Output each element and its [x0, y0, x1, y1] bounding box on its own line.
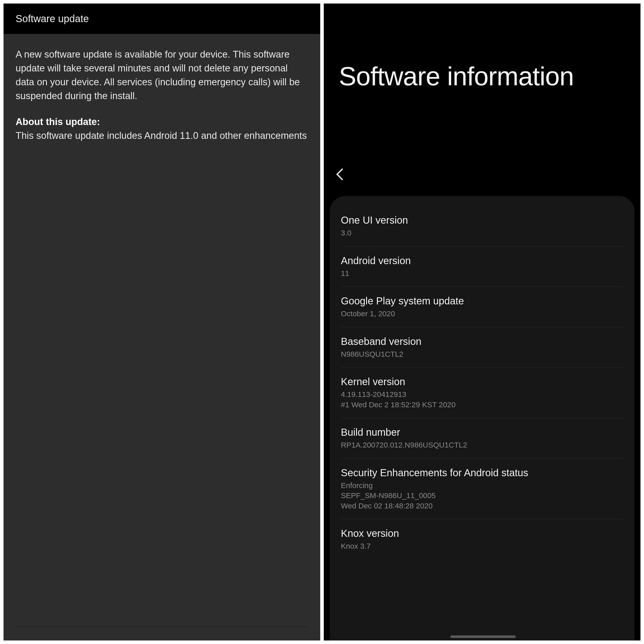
info-row-knox[interactable]: Knox version Knox 3.7 [341, 519, 623, 559]
page-title-area: Software information [324, 4, 640, 91]
row-value: RP1A.200720.012.N986USQU1CTL2 [341, 440, 623, 450]
about-update-text: This software update includes Android 11… [16, 129, 308, 143]
row-value: N986USQU1CTL2 [341, 349, 623, 359]
row-label: Baseband version [341, 336, 623, 347]
software-info-card[interactable]: One UI version 3.0 Android version 11 Go… [330, 196, 634, 640]
row-value: Enforcing SEPF_SM-N986U_11_0005 Wed Dec … [341, 480, 623, 511]
info-row-android[interactable]: Android version 11 [341, 247, 623, 287]
row-value: Knox 3.7 [341, 541, 623, 551]
row-label: Security Enhancements for Android status [341, 467, 623, 478]
footer-divider [16, 626, 308, 627]
software-update-body[interactable]: A new software update is available for y… [4, 34, 320, 640]
dual-screenshot-container: Software update A new software update is… [0, 0, 644, 644]
row-label: Google Play system update [341, 295, 623, 307]
home-indicator[interactable] [450, 635, 516, 638]
info-row-kernel[interactable]: Kernel version 4.19.113-20412913 #1 Wed … [341, 368, 623, 418]
row-value: 11 [341, 268, 623, 279]
row-label: Build number [341, 427, 623, 438]
software-update-header: Software update [4, 4, 320, 34]
row-label: Kernel version [341, 376, 623, 387]
software-update-panel: Software update A new software update is… [4, 4, 320, 640]
update-intro-text: A new software update is available for y… [16, 48, 308, 103]
page-title: Software information [339, 61, 625, 91]
row-value: October 1, 2020 [341, 309, 623, 319]
navigation-bar [324, 91, 640, 196]
about-update-label: About this update: [16, 115, 308, 129]
info-row-play-update[interactable]: Google Play system update October 1, 202… [341, 287, 623, 327]
software-information-panel: Software information One UI version 3.0 … [324, 4, 640, 640]
info-row-one-ui[interactable]: One UI version 3.0 [341, 206, 623, 247]
info-row-build[interactable]: Build number RP1A.200720.012.N986USQU1CT… [341, 418, 623, 459]
row-label: One UI version [341, 215, 623, 226]
row-value: 4.19.113-20412913 #1 Wed Dec 2 18:52:29 … [341, 389, 623, 410]
row-value: 3.0 [341, 228, 623, 238]
back-icon[interactable] [334, 167, 345, 183]
row-label: Knox version [341, 528, 623, 539]
software-update-title: Software update [16, 13, 308, 24]
info-row-baseband[interactable]: Baseband version N986USQU1CTL2 [341, 327, 623, 368]
info-row-se-android[interactable]: Security Enhancements for Android status… [341, 459, 623, 519]
row-label: Android version [341, 255, 623, 266]
